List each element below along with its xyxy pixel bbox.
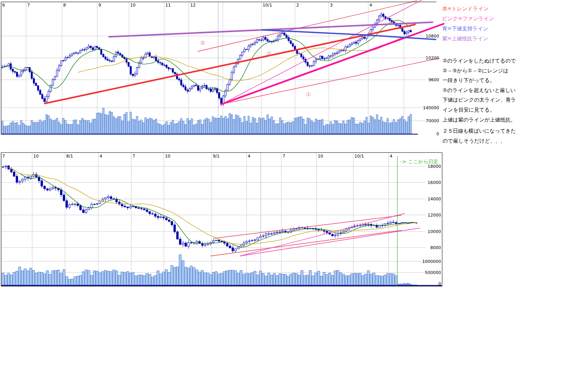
x-axis-label: 10/1 [354,154,364,159]
y-axis-label: 10200 [426,56,439,61]
fanline-pink-steep [240,213,405,256]
y-axis-label: 70000 [426,118,439,123]
volume-series [2,255,417,286]
y-axis-label: 10800 [426,34,439,39]
note-line: ２５日線も横ばいになってきた [443,126,516,136]
fanline-number-label: ③ [200,39,205,46]
note-line: ②のラインをしたぬけてるので [443,56,516,66]
note-line: ②のラインを超えないと厳しい [443,85,516,95]
x-axis-label: 4 [369,3,372,8]
x-axis-label: 7 [132,154,135,159]
y-axis-label: 1000000 [422,259,441,264]
x-axis-label: 10 [318,154,323,159]
x-axis-label: 10 [130,3,136,8]
note-line: インを目安に見てる。 [443,105,516,115]
analysis-notes: ②のラインをしたぬけてるので②－③から①－②にレンジは一段きり下がってる。②のラ… [443,56,516,146]
x-axis-label: 4 [100,154,102,159]
x-axis-label: 10 [165,154,170,159]
y-axis-label: 0 [438,281,441,286]
note-line: ②－③から①－②にレンジは [443,66,516,76]
y-axis-label: 8000 [430,245,441,250]
fanline-number-label: ① [306,91,311,98]
note-line: ので厳しそうだけど、、、 [443,136,516,146]
legend-item: 赤=トレンドライン [442,3,494,13]
x-axis-label: 11 [165,3,171,8]
x-axis-label: 9/1 [213,154,220,159]
x-axis-label: 7 [283,154,285,159]
y-axis-label: 140000 [423,105,439,110]
y-axis-label: 0 [436,131,439,136]
candlestick-series [2,165,417,253]
x-axis-label: 3 [330,3,333,8]
legend-item: ピンク=ファンライン [442,13,494,23]
chart-page: ③②①1080010200960014000070000067891011121… [0,0,588,384]
trendline-red-thin-upper-3 [198,1,417,51]
note-line: 一段きり下がってる。 [443,75,516,85]
x-axis-label: 12 [190,3,196,8]
note-line: 上値は紫のラインが上値抵抗。 [443,115,516,125]
x-axis-label: 10/1 [263,3,272,8]
trendline-legend: 赤=トレンドラインピンク=ファンライン青=下値支持ライン紫=上値抵抗ライン [442,3,494,43]
y-axis-label: 12000 [428,213,441,218]
channel-red-upper [214,215,401,238]
x-axis-label: 10 [33,154,39,159]
y-axis-label: 18000 [428,164,441,169]
trendline-red-main-2 [45,25,415,103]
x-axis-label: 4 [248,154,250,159]
x-axis-label: 2 [296,3,299,8]
x-axis-label: 8 [63,3,66,8]
y-axis-label: 16000 [428,180,441,185]
daily-candlestick-chart: ③②①1080010200960014000070000067891011121… [1,0,444,136]
daily-start-marker-label: -> ここから日足 [400,159,438,164]
x-axis-label: 7 [2,154,5,159]
fanline-number-label: ② [266,50,271,57]
legend-item: 紫=上値抵抗ライン [442,33,494,43]
fanline-pink-thin [221,0,422,104]
legend-item: 青=下値支持ライン [442,23,494,33]
note-line: 下値はピンクの太ライン、青ラ [443,95,516,105]
x-axis-label: 9 [98,3,101,8]
weekly-candlestick-chart: -> ここから日足1800016000140001200010000800010… [1,153,442,286]
x-axis-label: 8/1 [66,154,73,159]
channel-red-lower [211,230,401,256]
y-axis-label: 500000 [425,270,441,275]
x-axis-label: 7 [27,3,30,8]
x-axis-label: 4 [390,154,392,159]
y-axis-label: 14000 [428,197,441,202]
y-axis-label: 10000 [428,229,441,234]
y-axis-label: 9600 [428,77,439,82]
x-axis-label: 6 [2,3,5,8]
volume-series [2,108,412,134]
